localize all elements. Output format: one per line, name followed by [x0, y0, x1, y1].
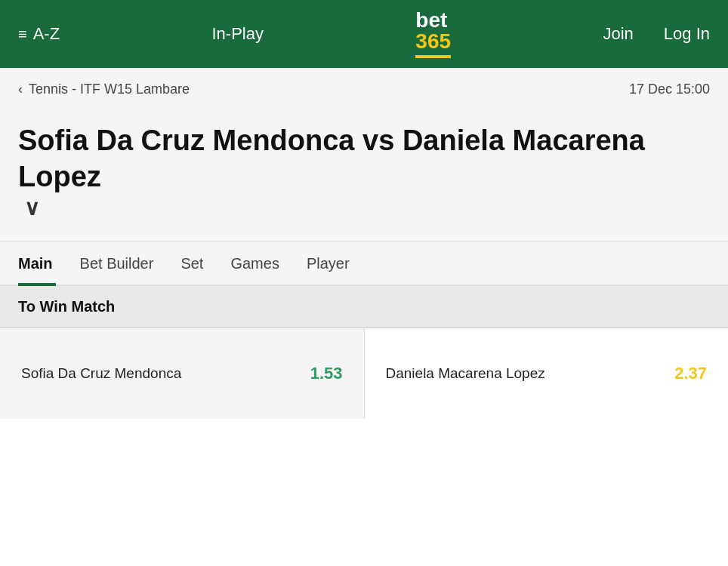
az-nav-item[interactable]: A-Z [33, 24, 60, 44]
tabs-row: Main Bet Builder Set Games Player [18, 241, 710, 285]
logo-numbers: 365 [415, 29, 451, 53]
bet-odds-sofia: 1.53 [310, 364, 343, 383]
join-button[interactable]: Join [603, 24, 633, 44]
logo-text: bet 365 [415, 10, 451, 52]
login-button[interactable]: Log In [664, 24, 710, 44]
inplay-nav-item[interactable]: In-Play [212, 24, 264, 44]
match-section: Sofia Da Cruz Mendonca vs Daniela Macare… [0, 111, 728, 241]
bet-odds-daniela: 2.37 [674, 364, 707, 383]
match-date: 17 Dec 15:00 [629, 82, 710, 97]
tab-player[interactable]: Player [307, 241, 350, 285]
tab-set[interactable]: Set [180, 241, 203, 285]
chevron-down-icon[interactable]: ∨ [24, 195, 40, 221]
back-arrow-icon: ‹ [18, 82, 23, 97]
bet-name-sofia: Sofia Da Cruz Mendonca [21, 364, 181, 384]
tabs-section: Main Bet Builder Set Games Player [0, 241, 728, 286]
tab-games[interactable]: Games [230, 241, 279, 285]
section-header: To Win Match [0, 286, 728, 328]
betting-row: Sofia Da Cruz Mendonca 1.53 Daniela Maca… [0, 328, 728, 419]
breadcrumb-path: Tennis - ITF W15 Lambare [29, 82, 190, 97]
match-title-text: Sofia Da Cruz Mendonca vs Daniela Macare… [18, 123, 710, 195]
tab-main[interactable]: Main [18, 241, 53, 285]
tab-bet-builder[interactable]: Bet Builder [80, 241, 154, 285]
bet-name-daniela: Daniela Macarena Lopez [386, 364, 545, 384]
logo-underline [415, 55, 451, 58]
nav-left: ≡ A-Z [18, 24, 60, 44]
breadcrumb[interactable]: ‹ Tennis - ITF W15 Lambare [18, 82, 190, 97]
nav-right: Join Log In [603, 24, 710, 44]
bet-cell-daniela[interactable]: Daniela Macarena Lopez 2.37 [365, 328, 729, 419]
bet-cell-sofia[interactable]: Sofia Da Cruz Mendonca 1.53 [0, 328, 365, 419]
section-title: To Win Match [18, 298, 115, 315]
match-title: Sofia Da Cruz Mendonca vs Daniela Macare… [18, 123, 710, 223]
logo: bet 365 [415, 10, 451, 58]
header: ≡ A-Z In-Play bet 365 Join Log In [0, 0, 728, 68]
nav-inplay: In-Play [212, 24, 264, 44]
hamburger-icon[interactable]: ≡ [18, 26, 27, 43]
logo-bet: bet [415, 8, 447, 32]
breadcrumb-bar: ‹ Tennis - ITF W15 Lambare 17 Dec 15:00 [0, 68, 728, 111]
